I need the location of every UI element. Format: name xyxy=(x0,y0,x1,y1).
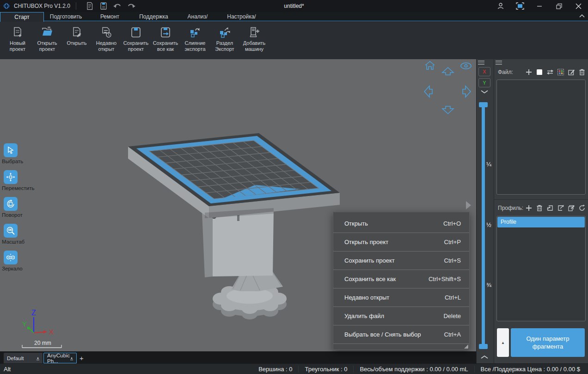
slider-strip-grip[interactable] xyxy=(478,61,484,65)
undo-button[interactable] xyxy=(110,1,124,11)
build-plate xyxy=(128,133,340,218)
capture-button[interactable] xyxy=(510,0,530,12)
duplicate-profile-button[interactable] xyxy=(568,204,575,212)
trash-icon xyxy=(578,68,586,76)
select-all-files-button[interactable] xyxy=(536,68,543,76)
layer-slider-top-handle[interactable] xyxy=(479,102,488,107)
delete-file-button[interactable] xyxy=(578,68,586,76)
layer-slider-bottom-handle[interactable] xyxy=(479,344,488,349)
recently-opened-button[interactable]: Недавно открыт xyxy=(92,26,121,59)
undo-icon xyxy=(113,2,122,10)
screenshot-icon xyxy=(516,2,524,10)
machine-dropdown-icon[interactable]: ▲ xyxy=(37,356,39,360)
axis-y-button[interactable]: Y xyxy=(478,78,490,87)
machine-tab-default[interactable]: Default ▲ xyxy=(4,353,43,363)
perspective-view-button[interactable] xyxy=(460,62,472,70)
open-button[interactable]: Открыть xyxy=(62,26,92,59)
refresh-profile-button[interactable] xyxy=(578,204,586,212)
export-profile-button[interactable] xyxy=(557,204,564,212)
tab-support[interactable]: Поддержка xyxy=(132,12,176,21)
move-tool[interactable]: Переместить xyxy=(0,170,40,191)
fragment-spin-button[interactable]: ▲ xyxy=(497,328,509,357)
import-profile-button[interactable] xyxy=(546,204,554,212)
menu-item-delete-file[interactable]: Удалить файл Delete xyxy=(333,307,469,325)
axis-x-button[interactable]: X xyxy=(478,67,490,76)
tab-analyze-measure[interactable]: Анализ/Измерен... xyxy=(176,12,220,21)
open-project-button[interactable]: Открыть проект xyxy=(32,26,62,59)
panel-divider xyxy=(494,199,588,200)
home-view-button[interactable] xyxy=(424,61,435,71)
select-tool[interactable]: Выбрать xyxy=(0,143,40,164)
collapse-ribbon-button[interactable] xyxy=(579,14,585,18)
menu-item-save-all-as[interactable]: Сохранить все как Ctrl+Shift+S xyxy=(333,270,469,288)
view-left-button[interactable] xyxy=(423,85,433,98)
file-list[interactable] xyxy=(496,80,586,195)
right-panel-grip[interactable] xyxy=(496,61,502,65)
profile-list[interactable]: Profile xyxy=(496,216,586,321)
slider-collapse-chevron[interactable] xyxy=(480,90,489,94)
menu-item-recently-opened[interactable]: Недавно открыт Ctrl+L xyxy=(333,288,469,307)
axis-y-label: Y xyxy=(22,320,27,328)
profile-item-selected[interactable]: Profile xyxy=(497,217,585,227)
machine-tab-strip: Default ▲ AnyCubic Ph... ▲ + xyxy=(0,351,476,363)
filled-square-icon xyxy=(536,68,543,76)
view-up-button[interactable] xyxy=(441,67,454,76)
slider-expand-chevron[interactable] xyxy=(480,355,489,359)
add-file-button[interactable] xyxy=(525,68,533,76)
restore-button[interactable] xyxy=(549,0,569,12)
file-section-label: Файл: xyxy=(498,69,513,75)
scale-tool[interactable]: Масштаб xyxy=(0,224,40,245)
split-export-button[interactable]: Раздел Экспорт xyxy=(210,26,239,59)
machine-tab-anycubic[interactable]: AnyCubic Ph... ▲ xyxy=(43,353,77,363)
merge-export-button[interactable]: Слияние экспорта xyxy=(180,26,210,59)
group-color-button[interactable] xyxy=(557,68,564,76)
trash-icon xyxy=(536,204,543,212)
shortcut: Ctrl+L xyxy=(445,294,461,301)
shortcut: Ctrl+A xyxy=(444,331,461,338)
minimize-button[interactable] xyxy=(530,0,549,12)
menu-item-save-project[interactable]: Сохранить проект Ctrl+S xyxy=(333,251,469,270)
menu-resize-grip[interactable] xyxy=(464,344,468,349)
menu-item-open[interactable]: Открыть Ctrl+O xyxy=(333,215,469,233)
status-metrics: Вершина : 0 Треугольник : 0 Весь/объем п… xyxy=(252,366,586,373)
add-machine-button[interactable]: Добавить машину xyxy=(239,26,269,59)
axis-x-label: X xyxy=(49,328,54,336)
save-project-button[interactable]: Сохранить проект xyxy=(121,26,151,59)
add-profile-button[interactable] xyxy=(525,204,533,212)
close-button[interactable] xyxy=(569,0,588,12)
move-icon xyxy=(6,172,15,182)
slider-mark-threequarter: ¾ xyxy=(486,282,491,288)
add-machine-icon xyxy=(248,26,260,38)
swap-order-button[interactable] xyxy=(546,68,554,76)
machine-dropdown-icon[interactable]: ▲ xyxy=(70,356,73,360)
layer-slider-track[interactable] xyxy=(482,104,485,346)
account-button[interactable] xyxy=(491,0,510,12)
view-right-button[interactable] xyxy=(462,85,472,98)
save-all-as-icon xyxy=(159,26,172,38)
tab-prepare[interactable]: Подготовить xyxy=(44,12,88,21)
delete-profile-button[interactable] xyxy=(536,204,543,212)
slider-mark-half: ½ xyxy=(486,221,491,228)
fragment-parameter-button[interactable]: Один параметр фрагмента xyxy=(511,328,585,357)
tab-settings-help[interactable]: Настройка/помо... xyxy=(220,12,263,21)
expand-panel-arrow[interactable] xyxy=(466,201,471,209)
color-grid-icon xyxy=(557,68,564,76)
split-export-icon xyxy=(219,26,231,38)
add-machine-tab-button[interactable]: + xyxy=(80,354,84,363)
rotate-tool[interactable]: Поворот xyxy=(0,197,40,218)
transform-toolbar: Выбрать Переместить Поворот xyxy=(0,143,40,277)
save-scene-button[interactable] xyxy=(97,1,110,11)
import-icon xyxy=(546,204,554,212)
shortcut: Delete xyxy=(443,313,461,319)
menu-item-select-all[interactable]: Выбрать все / Снять выбор Ctrl+A xyxy=(333,325,469,344)
tab-start[interactable]: Старт xyxy=(0,12,44,22)
save-all-as-button[interactable]: Сохранить все как xyxy=(151,26,180,59)
new-scene-button[interactable] xyxy=(83,1,97,11)
redo-button[interactable] xyxy=(124,1,138,11)
mirror-tool[interactable]: Зеркало xyxy=(0,251,40,271)
rename-file-button[interactable] xyxy=(568,68,575,76)
new-project-button[interactable]: Новый проект xyxy=(3,26,32,59)
menu-item-open-project[interactable]: Открыть проект Ctrl+P xyxy=(333,233,469,251)
view-down-button[interactable] xyxy=(441,105,454,115)
tab-repair[interactable]: Ремонт xyxy=(88,12,132,21)
